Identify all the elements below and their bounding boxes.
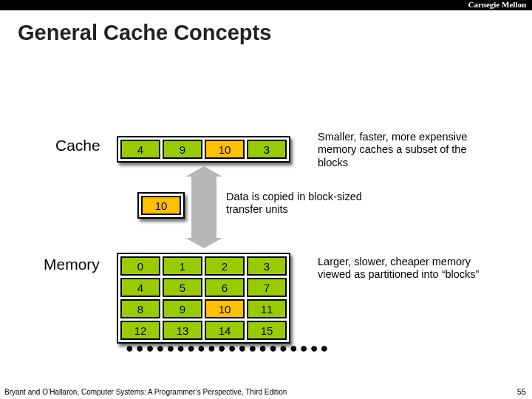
memory-grid: 0 1 2 3 4 5 6 7 8 9 10 11 12 13 14 15 xyxy=(117,253,290,344)
memory-cell: 7 xyxy=(247,278,287,297)
memory-label: Memory xyxy=(44,256,100,273)
memory-cell: 0 xyxy=(120,256,160,276)
memory-note: Larger, slower, cheaper memory viewed as… xyxy=(318,256,491,282)
cache-cell-0: 4 xyxy=(120,140,160,159)
transfer-note: Data is copied in block-sized transfer u… xyxy=(226,191,385,216)
memory-cell: 3 xyxy=(247,256,287,276)
cache-row: 4 9 10 3 xyxy=(117,136,290,163)
memory-cell: 14 xyxy=(205,321,245,340)
memory-row: 12 13 14 15 xyxy=(120,321,287,340)
cache-cell-1: 9 xyxy=(163,140,202,159)
cache-cell-3: 3 xyxy=(247,140,287,159)
memory-row: 0 1 2 3 xyxy=(120,256,287,276)
memory-cell: 13 xyxy=(163,321,202,340)
memory-row: 4 5 6 7 xyxy=(120,278,287,297)
page-number: 55 xyxy=(517,387,526,396)
memory-cell: 4 xyxy=(120,278,160,297)
memory-cell: 2 xyxy=(205,256,245,276)
memory-row: 8 9 10 11 xyxy=(120,299,287,318)
memory-cell: 11 xyxy=(247,299,287,318)
memory-cell: 12 xyxy=(120,321,160,340)
diagram-area: Cache 4 9 10 3 Smaller, faster, more exp… xyxy=(0,0,532,399)
cache-cell-2: 10 xyxy=(205,140,245,159)
memory-cell: 5 xyxy=(163,278,202,297)
transfer-block: 10 xyxy=(137,192,185,219)
cache-note: Smaller, faster, more expensive memory c… xyxy=(318,131,491,169)
memory-cell: 9 xyxy=(163,299,202,318)
memory-cell: 6 xyxy=(205,278,245,297)
transfer-cell: 10 xyxy=(141,196,181,215)
ellipsis-dots: ●●●●●●●●●●●●●●●●●●●● xyxy=(126,341,330,356)
footer-text: Bryant and O’Hallaron, Computer Systems:… xyxy=(4,388,287,396)
memory-cell: 15 xyxy=(247,321,287,340)
memory-cell: 8 xyxy=(120,299,160,318)
memory-cell-highlight: 10 xyxy=(205,299,245,318)
memory-cell: 1 xyxy=(163,256,202,276)
transfer-arrow-icon xyxy=(191,177,216,238)
cache-label: Cache xyxy=(55,137,100,154)
